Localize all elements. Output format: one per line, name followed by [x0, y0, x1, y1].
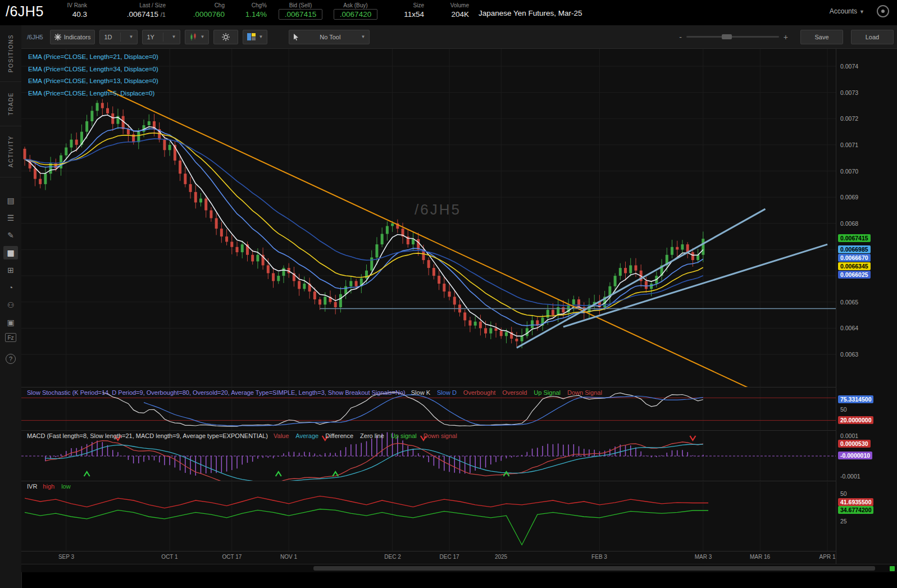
layout-dropdown[interactable]: ▼: [243, 30, 267, 44]
candle: [65, 148, 67, 156]
candle: [225, 236, 228, 241]
ivr-panel-canvas[interactable]: [21, 482, 836, 551]
fz-icon[interactable]: Fz: [5, 333, 16, 342]
candle: [137, 132, 140, 143]
watchlist-icon[interactable]: ☰: [3, 211, 18, 225]
time-tick-label: OCT 17: [222, 554, 242, 560]
stochastic-legend-item[interactable]: Down Signal: [567, 389, 602, 396]
settings-button[interactable]: [213, 30, 238, 44]
macd-legend-item[interactable]: Zero line: [360, 432, 384, 439]
load-button[interactable]: Load: [851, 30, 894, 44]
accounts-dropdown[interactable]: Accounts▼: [830, 7, 864, 15]
sidebar-tab-positions[interactable]: POSITIONS: [0, 25, 21, 82]
channel-lower-line[interactable]: [563, 244, 827, 327]
stochastic-legend-item[interactable]: Up Signal: [534, 389, 561, 396]
help-icon[interactable]: ?: [6, 354, 16, 364]
quote-header: /6JH5 IV Rank 40.3 Last / Size .0067415 …: [0, 0, 897, 26]
ivr-low-line: [25, 509, 708, 545]
ivr-legend-item[interactable]: low: [61, 483, 71, 490]
ema21-label[interactable]: EMA (Price=CLOSE, Length=21, Displace=0): [28, 51, 158, 63]
macd-legend-item[interactable]: Down signal: [424, 432, 457, 439]
follow-traders-icon[interactable]: ⚇: [3, 298, 18, 312]
grid-icon[interactable]: ⊞: [3, 263, 18, 277]
indicators-button[interactable]: Indicators: [50, 30, 95, 44]
stochastic-legend-item[interactable]: Slow K: [411, 389, 430, 396]
channel-upper-line[interactable]: [517, 209, 766, 348]
trading-platform-window: /6JH5 IV Rank 40.3 Last / Size .0067415 …: [0, 0, 897, 588]
ema13-label[interactable]: EMA (Price=CLOSE, Length=13, Displace=0): [28, 75, 158, 88]
candle: [236, 247, 239, 252]
candle: [241, 244, 244, 252]
ivr-legend-item[interactable]: high: [43, 483, 54, 490]
sidebar-tab-trade[interactable]: TRADE: [0, 82, 21, 126]
stochastic-label[interactable]: Slow Stochastic (K Period=14, D Period=9…: [27, 389, 406, 396]
zoom-slider-thumb[interactable]: [722, 34, 732, 39]
timeframe-dropdown[interactable]: 1D▼: [99, 30, 138, 44]
candle: [272, 273, 275, 281]
stochastic-labels-row: Slow Stochastic (K Period=14, D Period=9…: [27, 389, 609, 396]
macd-legend-item[interactable]: Value: [274, 432, 289, 439]
price-axis: 0.00740.00730.00720.00710.00700.00690.00…: [836, 49, 897, 564]
macd-legend-item[interactable]: Difference: [325, 432, 353, 439]
candle: [267, 265, 270, 273]
time-tick-label: 2025: [495, 554, 507, 560]
iv-rank-label: IV Rank: [56, 2, 87, 8]
candle: [484, 328, 487, 333]
candle: [531, 320, 534, 328]
ema34-label[interactable]: EMA (Price=CLOSE, Length=34, Displace=0): [28, 63, 158, 76]
layout-grid-icon: [247, 33, 256, 40]
go-live-button[interactable]: [890, 566, 895, 571]
save-button[interactable]: Save: [800, 30, 843, 44]
journal-icon[interactable]: ✎: [3, 229, 18, 242]
ask-price-button[interactable]: .0067420: [334, 9, 377, 20]
range-dropdown[interactable]: 1Y▼: [142, 30, 180, 44]
candle: [391, 224, 394, 226]
candle: [60, 156, 62, 168]
candle: [412, 239, 415, 244]
candle: [148, 121, 151, 125]
stochastic-legend-item[interactable]: Overbought: [463, 389, 495, 396]
candle: [54, 163, 57, 168]
chart-scrollbar: [21, 564, 897, 572]
bid-price-button[interactable]: .0067415: [279, 9, 322, 20]
iv-rank-field: IV Rank 40.3: [56, 2, 87, 19]
profile-icon[interactable]: [877, 5, 889, 17]
macd-legend-item[interactable]: Up signal: [391, 432, 417, 439]
price-tick-label: 0.0068: [840, 220, 858, 227]
volume-value: 204K: [430, 10, 469, 19]
candle: [443, 284, 445, 291]
drawing-tool-dropdown[interactable]: No Tool ▼: [289, 30, 370, 44]
macd-legend-item[interactable]: Average: [295, 432, 318, 439]
candle: [111, 113, 114, 124]
symbol-title: /6JH5: [6, 3, 44, 20]
candle: [277, 276, 280, 281]
zoom-out-button[interactable]: -: [679, 33, 682, 42]
macd-label[interactable]: MACD (Fast length=8, Slow length=21, MAC…: [27, 432, 268, 439]
history-icon[interactable]: ◔: [3, 281, 18, 294]
axis-value-badge: 75.3314500: [838, 395, 873, 403]
iv-rank-value: 40.3: [56, 10, 87, 19]
left-sidebar: POSITIONS TRADE ACTIVITY ▤☰✎▦⊞◔⚇▣Fz?: [0, 25, 22, 588]
ema5-label[interactable]: EMA (Price=CLOSE, Length=5, Displace=0): [28, 88, 158, 100]
candle: [681, 244, 684, 249]
time-tick-label: MAR 16: [750, 554, 770, 560]
ivr-label[interactable]: IVR: [27, 483, 37, 490]
zoom-in-button[interactable]: +: [784, 33, 788, 42]
downtrend-line[interactable]: [108, 90, 750, 387]
price-chart-canvas[interactable]: /6JH5: [21, 49, 836, 387]
candle: [463, 312, 466, 320]
sidebar-tab-activity[interactable]: ACTIVITY: [0, 126, 21, 177]
scrollbar-thumb[interactable]: [313, 566, 875, 571]
chart-icon[interactable]: ▦: [3, 246, 18, 259]
toolbar-symbol-label: /6JH5: [27, 34, 43, 40]
sidebar-icon-rail: ▤☰✎▦⊞◔⚇▣Fz?: [0, 194, 21, 364]
bid-label: Bid (Sell): [275, 2, 326, 8]
zoom-slider[interactable]: [686, 36, 779, 38]
price-tick-label: 0.0065: [840, 299, 858, 306]
stochastic-legend-item[interactable]: Oversold: [502, 389, 527, 396]
chart-type-dropdown[interactable]: ▼: [185, 30, 209, 44]
calendar-icon[interactable]: ▣: [3, 316, 18, 329]
stochastic-legend-item[interactable]: Slow D: [437, 389, 457, 396]
candle: [256, 255, 259, 262]
quotes-icon[interactable]: ▤: [3, 194, 18, 207]
